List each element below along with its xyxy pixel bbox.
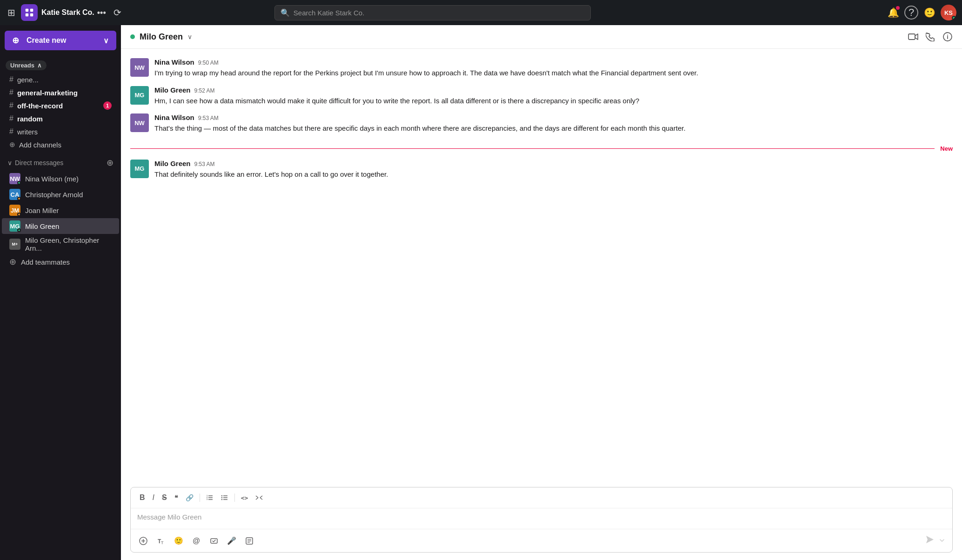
message-input[interactable]: Message Milo Green	[131, 508, 952, 529]
dm-item-milo-christopher[interactable]: M+ Milo Green, Christopher Arn...	[2, 234, 119, 254]
add-teammates-button[interactable]: ⊕ Add teammates	[2, 254, 119, 269]
plus-icon: ⊕	[9, 257, 16, 267]
dm-item-joan-miller[interactable]: JM Joan Miller	[2, 202, 119, 218]
message-time: 9:53 AM	[194, 161, 215, 167]
unreads-badge[interactable]: Unreads ∧	[6, 60, 47, 70]
canvas-button[interactable]	[242, 534, 256, 548]
message-time: 9:52 AM	[194, 87, 215, 94]
link-button[interactable]: 🔗	[183, 493, 196, 503]
strikethrough-button[interactable]: S	[160, 492, 169, 503]
svg-rect-1	[30, 9, 33, 12]
sender-name: Milo Green	[154, 160, 191, 167]
svg-rect-4	[909, 34, 915, 40]
svg-rect-2	[26, 13, 28, 16]
top-nav: ⊞ Katie Stark Co. ••• ⟳ 🔍 🔔 ? 🙂 KS	[0, 0, 962, 25]
mention-button[interactable]: @	[189, 534, 203, 548]
nav-icons: 🔔 ? 🙂 KS	[886, 5, 956, 20]
info-icon[interactable]	[942, 32, 953, 42]
app-logo	[21, 4, 38, 21]
unordered-list-button[interactable]	[219, 493, 231, 503]
add-attachment-button[interactable]	[136, 534, 150, 548]
workspace-name[interactable]: Katie Stark Co. •••	[41, 8, 106, 18]
dm-item-nina-wilson[interactable]: NW Nina Wilson (me)	[2, 171, 119, 187]
sidebar-item-random[interactable]: # random	[2, 112, 119, 125]
channels-section: Unreads ∧ # gene... # general-marketing …	[0, 56, 121, 153]
input-bottom-toolbar: T T 🙂 @ 🎤	[131, 529, 952, 552]
sidebar-item-label: writers	[17, 128, 112, 136]
search-bar[interactable]: 🔍	[274, 5, 591, 20]
svg-line-23	[260, 498, 262, 500]
audio-button[interactable]: 🎤	[225, 534, 239, 548]
ordered-list-button[interactable]: 1 2 3	[204, 493, 216, 503]
workspace-menu-icon[interactable]: •••	[97, 8, 106, 18]
grid-icon[interactable]: ⊞	[6, 5, 17, 20]
history-icon[interactable]: ⟳	[110, 5, 125, 20]
new-label: New	[940, 145, 953, 152]
sender-name: Nina Wilson	[154, 113, 194, 121]
svg-rect-0	[26, 9, 28, 12]
chevron-down-icon: ∨	[103, 36, 109, 45]
shortcuts-button[interactable]	[207, 534, 221, 548]
chat-contact-name: Milo Green	[140, 32, 183, 42]
notifications-icon[interactable]: 🔔	[886, 5, 901, 20]
message-time: 9:53 AM	[198, 115, 219, 121]
toolbar-separator	[200, 493, 200, 502]
notification-badge	[896, 6, 900, 10]
text-format-button[interactable]: T T	[154, 534, 168, 548]
avatar: MG	[9, 220, 20, 232]
svg-point-7	[947, 35, 948, 36]
add-teammates-label: Add teammates	[21, 258, 70, 266]
video-call-icon[interactable]	[908, 33, 918, 40]
chevron-up-icon: ∧	[37, 62, 42, 69]
code-button[interactable]: <>	[239, 493, 251, 503]
avatar: NW	[9, 173, 20, 184]
code-block-button[interactable]	[253, 493, 265, 503]
add-channels-button[interactable]: ⊕ Add channels	[2, 138, 119, 151]
avatar: MG	[130, 86, 149, 105]
unreads-header[interactable]: Unreads ∧	[0, 58, 121, 73]
table-row: MG Milo Green 9:52 AM Hm, I can see how …	[130, 86, 953, 107]
send-options-chevron[interactable]	[937, 535, 947, 547]
italic-button[interactable]: I	[150, 492, 157, 503]
sidebar-item-off-the-record[interactable]: # off-the-record 1	[2, 99, 119, 112]
hash-icon: #	[9, 127, 13, 136]
emoji-icon[interactable]: 🙂	[922, 5, 937, 20]
blockquote-button[interactable]: ❝	[172, 493, 180, 503]
sidebar-item-writers[interactable]: # writers	[2, 125, 119, 138]
svg-line-20	[256, 496, 258, 498]
dm-section-header[interactable]: ∨ Direct messages ⊕	[0, 153, 121, 171]
emoji-button[interactable]: 🙂	[172, 534, 186, 548]
phone-call-icon[interactable]	[926, 32, 935, 41]
help-icon[interactable]: ?	[904, 6, 918, 20]
add-dm-icon[interactable]: ⊕	[107, 158, 114, 168]
sender-name: Milo Green	[154, 86, 191, 94]
svg-text:T: T	[161, 540, 164, 545]
avatar: JM	[9, 205, 20, 216]
online-indicator	[130, 34, 135, 39]
send-button[interactable]	[923, 533, 936, 548]
bold-button[interactable]: B	[137, 492, 147, 503]
input-placeholder: Message Milo Green	[137, 513, 201, 521]
avatar: NW	[130, 113, 149, 132]
dm-item-label: Milo Green, Christopher Arn...	[25, 236, 112, 252]
create-new-button[interactable]: ⊕ Create new ∨	[5, 31, 116, 50]
dm-item-milo-green[interactable]: MG Milo Green	[2, 218, 119, 234]
user-avatar[interactable]: KS	[941, 5, 956, 20]
sender-name: Nina Wilson	[154, 58, 194, 66]
hash-icon: #	[9, 101, 13, 110]
sidebar-item-general[interactable]: # gene...	[2, 73, 119, 86]
message-text: That's the thing — most of the data matc…	[154, 123, 953, 134]
table-row: MG Milo Green 9:53 AM That definitely so…	[130, 160, 953, 180]
unread-badge: 1	[103, 101, 112, 110]
plus-icon: ⊕	[12, 35, 19, 46]
new-messages-divider: New	[130, 145, 953, 152]
avatar: M+	[9, 239, 20, 250]
search-input[interactable]	[294, 9, 585, 17]
dm-item-label: Milo Green	[25, 222, 59, 230]
message-input-area: B I S ❝ 🔗 1 2 3	[130, 487, 953, 553]
svg-rect-3	[30, 13, 33, 16]
sidebar-item-general-marketing[interactable]: # general-marketing	[2, 86, 119, 99]
dm-item-christopher-arnold[interactable]: CA Christopher Arnold	[2, 187, 119, 202]
sidebar: ⊕ Create new ∨ Unreads ∧ # gene... # gen…	[0, 25, 121, 560]
chevron-down-icon[interactable]: ∨	[187, 33, 192, 40]
